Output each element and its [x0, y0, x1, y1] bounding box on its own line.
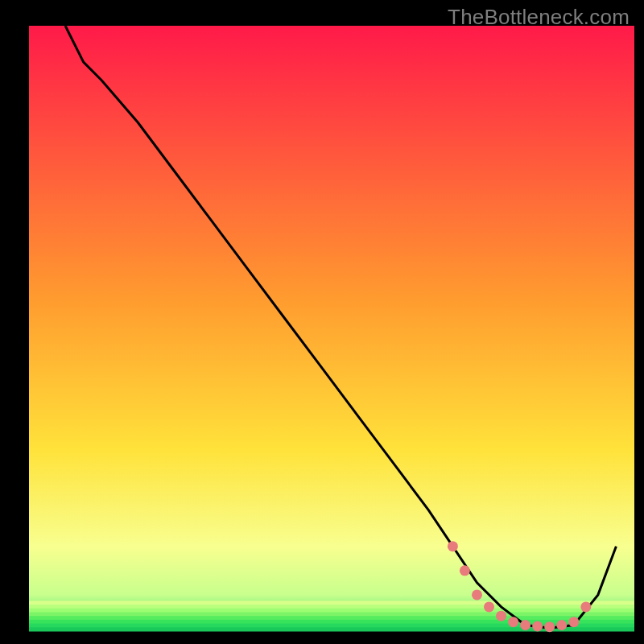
marker-point: [460, 565, 470, 576]
marker-point: [508, 617, 518, 627]
marker-point: [484, 601, 494, 612]
green-band: [29, 601, 634, 605]
marker-point: [448, 541, 458, 551]
marker-point: [556, 620, 567, 630]
marker-point: [472, 589, 482, 600]
marker-point: [520, 620, 530, 630]
marker-point: [580, 601, 591, 612]
marker-point: [532, 621, 543, 632]
plot-background: [29, 26, 634, 631]
green-band: [29, 605, 634, 609]
green-band: [29, 613, 634, 617]
marker-point: [568, 617, 579, 627]
green-band: [29, 620, 634, 624]
marker-point: [544, 621, 555, 632]
chart-svg: [0, 0, 644, 644]
watermark-text: TheBottleneck.com: [448, 5, 630, 30]
green-band: [29, 616, 634, 620]
green-band: [29, 609, 634, 613]
chart-container: TheBottleneck.com: [0, 0, 644, 644]
marker-point: [496, 611, 506, 621]
